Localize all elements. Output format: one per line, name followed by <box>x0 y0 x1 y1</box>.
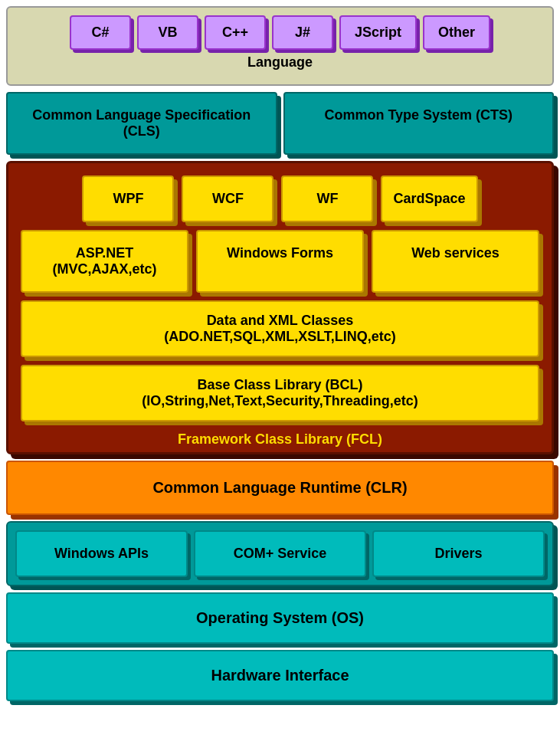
fcl-row4: Base Class Library (BCL)(IO,String,Net,T… <box>21 365 539 421</box>
cts-box: Common Type System (CTS) <box>283 92 555 155</box>
bcl-box: Base Class Library (BCL)(IO,String,Net,T… <box>21 365 539 421</box>
os-box: Operating System (OS) <box>6 592 554 644</box>
aspnet-box: ASP.NET(MVC,AJAX,etc) <box>21 230 188 293</box>
fcl-row2: ASP.NET(MVC,AJAX,etc) Windows Forms Web … <box>21 230 539 293</box>
cls-cts-row: Common Language Specification (CLS) Comm… <box>6 92 554 155</box>
clr-box: Common Language Runtime (CLR) <box>6 461 554 515</box>
lang-csharp: C# <box>70 15 131 50</box>
language-label: Language <box>15 54 545 71</box>
cls-box: Common Language Specification (CLS) <box>6 92 277 155</box>
winforms-box: Windows Forms <box>196 230 364 293</box>
lang-jscript: JScript <box>339 15 417 50</box>
hardware-box: Hardware Interface <box>6 650 554 701</box>
wf-box: WF <box>281 175 373 222</box>
drivers-box: Drivers <box>372 530 545 577</box>
cardspace-box: CardSpace <box>381 175 477 222</box>
fcl-container: WPF WCF WF CardSpace ASP.NET(MVC,AJAX,et… <box>6 161 554 454</box>
fcl-label: Framework Class Library (FCL) <box>8 431 552 448</box>
lang-other: Other <box>423 15 490 50</box>
lang-jsharp: J# <box>272 15 333 50</box>
language-section: C# VB C++ J# JScript Other Language <box>6 6 554 86</box>
fcl-row3: Data and XML Classes(ADO.NET,SQL,XML,XSL… <box>21 300 539 357</box>
fcl-row1: WPF WCF WF CardSpace <box>21 175 539 222</box>
windows-apis-box: Windows APIs <box>15 530 188 577</box>
lang-vb: VB <box>137 15 198 50</box>
data-xml-box: Data and XML Classes(ADO.NET,SQL,XML,XSL… <box>21 300 539 357</box>
language-items: C# VB C++ J# JScript Other <box>15 15 545 50</box>
wpf-box: WPF <box>82 175 174 222</box>
com-service-box: COM+ Service <box>194 530 366 577</box>
wcf-box: WCF <box>182 175 273 222</box>
apis-row: Windows APIs COM+ Service Drivers <box>6 521 554 586</box>
webservices-box: Web services <box>372 230 539 293</box>
lang-cpp: C++ <box>205 15 266 50</box>
